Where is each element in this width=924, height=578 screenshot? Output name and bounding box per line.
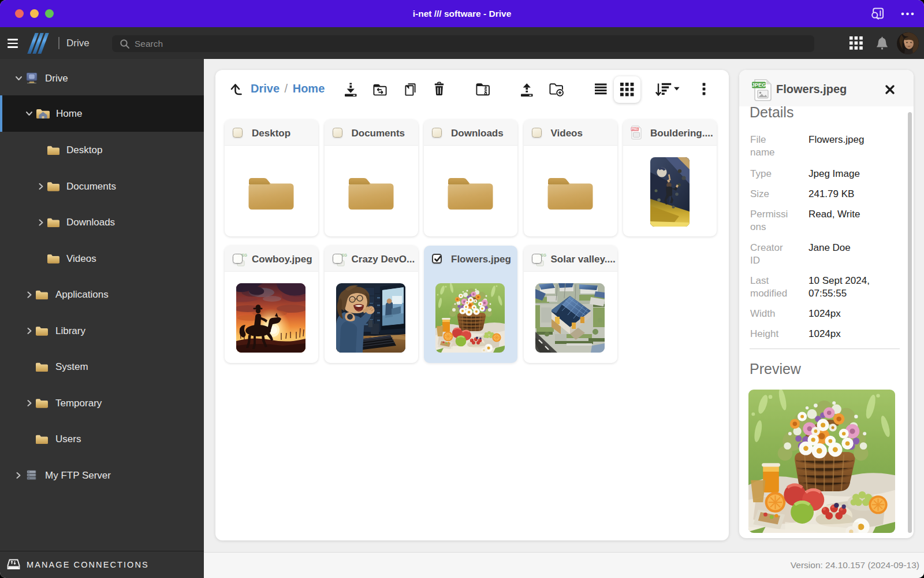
svg-text:PNG: PNG [631,127,638,131]
svg-text:JPEG: JPEG [751,81,766,88]
